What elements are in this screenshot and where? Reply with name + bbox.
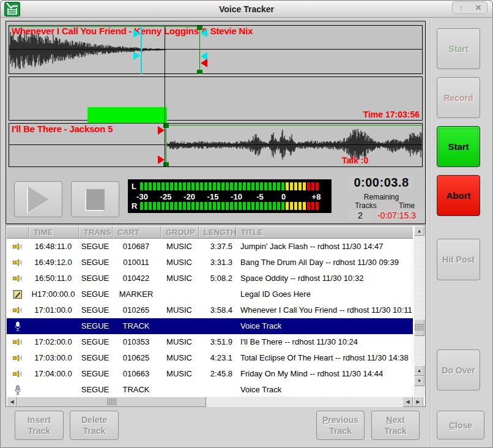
cell-cart: 010422 — [112, 271, 160, 286]
cell-trans: SEGUE — [78, 366, 112, 382]
scroll-down-button[interactable]: ▼ — [414, 376, 424, 386]
window-controls: ↑ ✕ — [452, 1, 487, 14]
meter-segment — [183, 182, 186, 190]
start-button[interactable]: Start — [437, 126, 480, 167]
column-header-cart: CART — [112, 226, 160, 238]
meter-segment — [157, 202, 160, 210]
log-row[interactable]: 16:48:11.0SEGUE010687MUSIC3:37.5Jumpin' … — [7, 239, 413, 255]
shade-button[interactable]: ↑ — [453, 2, 470, 13]
end-marker-icon[interactable] — [201, 59, 207, 67]
scroll-up-button[interactable]: ▲ — [414, 365, 424, 376]
cell-group: MUSIC — [160, 350, 198, 366]
row-type-icon — [7, 239, 28, 255]
close-button[interactable]: Close — [437, 411, 484, 439]
scroll-left-button[interactable]: ◀ — [7, 397, 17, 407]
horizontal-scrollbar[interactable]: ◀ ◀ ▶ — [7, 397, 424, 407]
scroll-left-button[interactable]: ◀ — [402, 397, 413, 407]
row-type-icon — [7, 366, 28, 382]
insert-track-button[interactable]: InsertTrack — [15, 411, 64, 440]
stop-button[interactable] — [71, 181, 119, 217]
cell-trans: SEGUE — [78, 350, 112, 366]
track1-title: Whenever I Call You Friend - Kenny Loggi… — [12, 26, 253, 36]
scroll-track[interactable] — [414, 236, 424, 319]
meter-segment — [264, 182, 267, 190]
meter-segment — [217, 182, 220, 190]
track-next-song[interactable]: I'll Be There - Jackson 5 Talk :0 — [9, 123, 423, 167]
start-marker-icon[interactable] — [158, 126, 165, 135]
abort-button[interactable]: Abort — [437, 175, 480, 216]
meter-segment — [281, 182, 284, 190]
cell-length: 3:31.3 — [198, 255, 235, 271]
scroll-thumb[interactable] — [17, 397, 206, 407]
close-window-button[interactable]: ✕ — [470, 2, 487, 13]
marker-handle[interactable] — [197, 70, 202, 74]
log-row[interactable]: H17:00:00.0SEGUEMARKERLegal ID Goes Here — [7, 286, 413, 302]
meter-scale-label: -10 — [231, 192, 242, 201]
meter-segment — [294, 182, 297, 190]
log-row[interactable]: SEGUETRACKVoice Track — [7, 382, 413, 397]
meter-segment — [204, 182, 207, 190]
playhead[interactable] — [165, 26, 165, 167]
scroll-track[interactable] — [414, 336, 424, 365]
log-row[interactable]: 17:01:00.0SEGUE010265MUSIC3:58.4Whenever… — [7, 302, 413, 318]
log-row[interactable]: 16:50:11.0SEGUE010422MUSIC5:08.2Space Od… — [7, 271, 413, 286]
hit-post-button[interactable]: Hit Post — [437, 239, 480, 280]
meter-segment — [161, 202, 165, 210]
track-voice[interactable]: Time 17:03:56 — [9, 77, 423, 121]
fade-marker-icon[interactable] — [133, 29, 140, 38]
meter-segment — [170, 202, 173, 210]
next-track-button[interactable]: NextTrack — [371, 411, 420, 440]
log-row-selected[interactable]: SEGUETRACKVoice Track — [7, 318, 413, 334]
meter-segment — [174, 182, 177, 190]
speaker-icon — [12, 242, 23, 252]
meter-scale-label: -25 — [160, 192, 172, 201]
cell-trans: SEGUE — [78, 271, 112, 286]
cell-group — [160, 318, 198, 334]
scroll-right-button[interactable]: ▶ — [413, 397, 423, 407]
meter-segment — [153, 202, 156, 210]
talk-label: Talk :0 — [342, 155, 368, 165]
meter-scale-label: +8 — [312, 192, 321, 201]
track-previous-song[interactable]: Whenever I Call You Friend - Kenny Loggi… — [9, 25, 423, 74]
fade-marker-icon[interactable] — [201, 29, 207, 37]
cell-length — [198, 382, 235, 397]
scroll-track[interactable] — [414, 386, 424, 397]
speaker-icon — [12, 305, 23, 315]
delete-track-button[interactable]: DeleteTrack — [70, 411, 119, 440]
waveform-panel: Whenever I Call You Friend - Kenny Loggi… — [6, 21, 426, 224]
log-row[interactable]: 17:03:00.0SEGUE010625MUSIC4:23.1Total Ec… — [7, 350, 413, 366]
meter-segment — [247, 182, 250, 190]
start-cue-button[interactable]: Start — [437, 28, 480, 69]
fade-marker-icon[interactable] — [133, 51, 140, 60]
log-row[interactable]: 17:02:00.0SEGUE010353MUSIC3:51.9I'll Be … — [7, 334, 413, 350]
cue-position-line[interactable] — [141, 26, 142, 74]
cell-title: Total Eclipse Of The Heart -- rdhost 11/… — [235, 350, 413, 366]
cell-length: 2:45.8 — [198, 366, 235, 382]
meter-segment — [149, 182, 152, 190]
meter-segment — [149, 202, 152, 210]
meter-segment — [303, 202, 306, 210]
meter-segment — [269, 182, 272, 190]
vu-meter: L -30-25-20-15-10-50+8 R — [128, 179, 332, 213]
log-row[interactable]: 16:49:12.0SEGUE010011MUSIC3:31.3Bang The… — [7, 255, 413, 271]
scroll-track[interactable] — [206, 397, 402, 407]
do-over-button[interactable]: Do Over — [437, 349, 480, 390]
record-button[interactable]: Record — [437, 77, 480, 118]
meter-segment — [294, 202, 297, 210]
speaker-icon — [12, 258, 23, 267]
cell-time — [28, 382, 78, 397]
column-header-time: TIME — [28, 226, 78, 238]
meter-segment — [273, 182, 276, 190]
track-start-marker-line[interactable] — [166, 123, 166, 167]
play-button[interactable] — [14, 181, 62, 217]
scroll-up-button[interactable]: ▲ — [414, 226, 424, 236]
scroll-thumb[interactable] — [414, 319, 424, 336]
previous-track-button[interactable]: PreviousTrack — [316, 411, 365, 440]
cell-group — [160, 286, 198, 302]
vertical-scrollbar[interactable]: ▲ ▲ ▼ — [414, 226, 424, 397]
segue-end-marker-line[interactable] — [199, 26, 200, 74]
log-row[interactable]: 17:04:00.0SEGUE010663MUSIC2:45.8Friday O… — [7, 366, 413, 382]
meter-row-left — [128, 182, 332, 191]
start-marker-icon[interactable] — [158, 155, 165, 164]
meter-segment — [183, 202, 186, 210]
